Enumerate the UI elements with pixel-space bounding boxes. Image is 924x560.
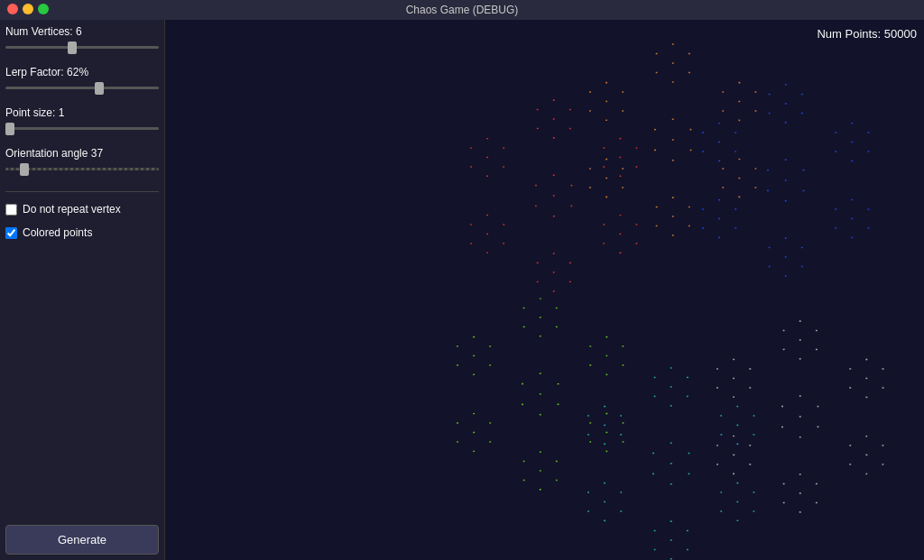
traffic-lights [7,4,49,14]
lerp-factor-control: Lerp Factor: 62% [5,66,159,97]
main-canvas: Num Points: 50000 (function(){ // render… [165,20,924,560]
divider [5,191,159,192]
do-not-repeat-label: Do not repeat vertex [23,203,121,216]
point-size-label: Point size: 1 [5,106,159,119]
colored-points-row[interactable]: Colored points [5,226,159,239]
num-vertices-control: Num Vertices: 6 [5,25,159,57]
do-not-repeat-row[interactable]: Do not repeat vertex [5,203,159,216]
do-not-repeat-checkbox[interactable] [5,204,17,216]
fractal-visualization: (function(){ // rendered via JS below })… [165,20,924,560]
orientation-label: Orientation angle 37 [5,147,159,160]
point-size-control: Point size: 1 [5,106,159,138]
colored-points-label: Colored points [23,226,92,239]
num-vertices-label: Num Vertices: 6 [5,25,159,38]
app-title: Chaos Game (DEBUG) [406,4,519,16]
close-button[interactable] [7,4,18,14]
colored-points-checkbox[interactable] [5,227,17,239]
orientation-slider[interactable] [5,161,159,176]
title-bar: Chaos Game (DEBUG) [0,0,924,20]
maximize-button[interactable] [38,4,49,14]
sidebar: Num Vertices: 6 Lerp Factor: 62% Point s… [0,20,165,560]
point-size-slider[interactable] [5,121,159,135]
generate-button[interactable]: Generate [5,525,159,555]
lerp-factor-slider[interactable] [5,80,159,95]
orientation-control: Orientation angle 37 [5,147,159,179]
num-vertices-slider[interactable] [5,40,159,54]
minimize-button[interactable] [23,4,33,14]
lerp-factor-label: Lerp Factor: 62% [5,66,159,78]
